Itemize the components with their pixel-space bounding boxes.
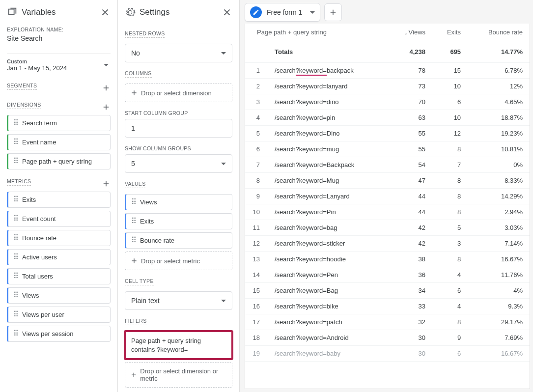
table-row[interactable]: 6/search?keyword=mug55810.81% (245, 141, 530, 157)
row-views: 42 (388, 220, 432, 236)
col-bounce[interactable]: Bounce rate (468, 24, 530, 41)
drag-handle-icon (13, 160, 18, 163)
row-exits: 8 (432, 204, 468, 220)
table-row[interactable]: 14/search?keyword=Pen36411.76% (245, 267, 530, 283)
row-exits: 3 (432, 236, 468, 252)
metric-chip[interactable]: Total users (7, 268, 111, 284)
table-row[interactable]: 10/search?keyword=Pin4482.94% (245, 204, 530, 220)
add-metric-button[interactable] (102, 179, 111, 188)
row-views: 54 (388, 157, 432, 173)
results-table: Page path + query string Views Exits Bou… (245, 24, 530, 389)
filters-drop-target[interactable]: Drop or select dimension or metric (125, 362, 232, 388)
plus-icon (130, 371, 137, 379)
row-path: /search?keyword=bike (268, 299, 388, 314)
row-exits: 6 (432, 94, 468, 110)
drag-handle-icon (13, 294, 18, 297)
col-path[interactable]: Page path + query string (245, 24, 388, 41)
row-exits: 7 (432, 157, 468, 173)
drag-handle-icon (131, 239, 136, 242)
plus-icon (130, 89, 138, 97)
date-preset: Custom (7, 58, 67, 64)
table-row[interactable]: 5/search?keyword=Dino551219.23% (245, 126, 530, 141)
exploration-name-value[interactable]: Site Search (7, 32, 111, 44)
start-col-group-input[interactable]: 1 (125, 119, 232, 138)
nested-rows-select[interactable]: No (125, 44, 232, 62)
tab-label: Free form 1 (267, 8, 302, 16)
totals-row: Totals 4,238 695 14.77% (245, 41, 530, 63)
table-row[interactable]: 18/search?keyword=Android3097.69% (245, 330, 530, 346)
metric-chip[interactable]: Event count (7, 211, 111, 227)
dimension-chip[interactable]: Event name (7, 134, 111, 150)
row-bounce: 8.33% (468, 173, 530, 189)
chevron-down-icon (221, 300, 226, 302)
values-drop-target[interactable]: Drop or select metric (125, 252, 232, 270)
table-row[interactable]: 2/search?keyword=lanyard731012% (245, 79, 530, 94)
row-exits: 6 (432, 283, 468, 299)
row-path: /search?keyword=Pin (268, 204, 388, 220)
col-views[interactable]: Views (388, 24, 432, 41)
table-row[interactable]: 13/search?keyword=hoodie38816.67% (245, 252, 530, 267)
table-row[interactable]: 17/search?keyword=patch32829.17% (245, 314, 530, 330)
variables-icon (7, 7, 18, 18)
row-path: /search?keyword=patch (268, 314, 388, 330)
plus-icon (329, 8, 337, 17)
dimension-chip[interactable]: Search term (7, 115, 111, 131)
drag-handle-icon (13, 121, 18, 125)
row-views: 32 (388, 314, 432, 330)
row-views: 38 (388, 252, 432, 267)
row-views: 30 (388, 330, 432, 346)
value-chip[interactable]: Views (125, 194, 232, 210)
chevron-down-icon (221, 52, 226, 55)
filter-chip[interactable]: Page path + query string contains ?keywo… (125, 331, 232, 359)
add-dimension-button[interactable] (102, 103, 111, 112)
table-row[interactable]: 11/search?keyword=bag4253.03% (245, 220, 530, 236)
value-chip[interactable]: Bounce rate (125, 232, 232, 249)
cell-type-select[interactable]: Plain text (125, 291, 232, 310)
close-icon[interactable] (100, 7, 111, 18)
row-exits: 8 (432, 252, 468, 267)
row-path: /search?keyword=Bag (268, 283, 388, 299)
table-row[interactable]: 3/search?keyword=dino7064.65% (245, 94, 530, 110)
metric-chip[interactable]: Views per session (7, 326, 111, 342)
row-exits: 8 (432, 141, 468, 157)
metric-chip[interactable]: Exits (7, 192, 111, 208)
metric-chip[interactable]: Views (7, 287, 111, 304)
row-views: 47 (388, 173, 432, 189)
table-row[interactable]: 1/search?keyword=backpack78156.78% (245, 63, 530, 79)
row-path: /search?keyword=backpack (268, 63, 388, 79)
row-exits: 10 (432, 110, 468, 126)
drag-handle-icon (131, 220, 136, 223)
dimension-chip[interactable]: Page path + query string (7, 153, 111, 169)
table-row[interactable]: 7/search?keyword=Backpack5470% (245, 157, 530, 173)
table-row[interactable]: 19/search?keyword=baby30616.67% (245, 346, 530, 362)
chevron-down-icon (310, 11, 315, 14)
metric-chip[interactable]: Bounce rate (7, 230, 111, 246)
row-bounce: 3.03% (468, 220, 530, 236)
drag-handle-icon (131, 200, 136, 204)
table-row[interactable]: 16/search?keyword=bike3349.3% (245, 299, 530, 314)
value-chip[interactable]: Exits (125, 213, 232, 229)
tab-free-form[interactable]: Free form 1 (245, 3, 320, 22)
table-row[interactable]: 15/search?keyword=Bag3464% (245, 283, 530, 299)
show-col-groups-select[interactable]: 5 (125, 154, 232, 173)
row-bounce: 19.23% (468, 126, 530, 141)
row-bounce: 16.67% (468, 346, 530, 362)
table-row[interactable]: 4/search?keyword=pin631018.87% (245, 110, 530, 126)
row-bounce: 7.14% (468, 236, 530, 252)
new-tab-button[interactable] (324, 3, 342, 21)
table-header-row: Page path + query string Views Exits Bou… (245, 24, 530, 41)
metric-chip[interactable]: Views per user (7, 307, 111, 323)
row-path: /search?keyword=pin (268, 110, 388, 126)
date-range-picker[interactable]: Custom Jan 1 - May 15, 2024 (7, 53, 111, 74)
close-icon[interactable] (222, 7, 232, 18)
drag-handle-icon (13, 198, 18, 201)
metric-chip[interactable]: Active users (7, 249, 111, 265)
table-row[interactable]: 9/search?keyword=Lanyard44814.29% (245, 189, 530, 204)
row-bounce: 10.81% (468, 141, 530, 157)
columns-drop-target[interactable]: Drop or select dimension (125, 84, 232, 102)
table-row[interactable]: 12/search?keyword=sticker4237.14% (245, 236, 530, 252)
show-col-groups-label: SHOW COLUMN GROUPS (125, 145, 232, 151)
col-exits[interactable]: Exits (432, 24, 468, 41)
add-segment-button[interactable] (102, 84, 111, 92)
table-row[interactable]: 8/search?keyword=Mug4788.33% (245, 173, 530, 189)
